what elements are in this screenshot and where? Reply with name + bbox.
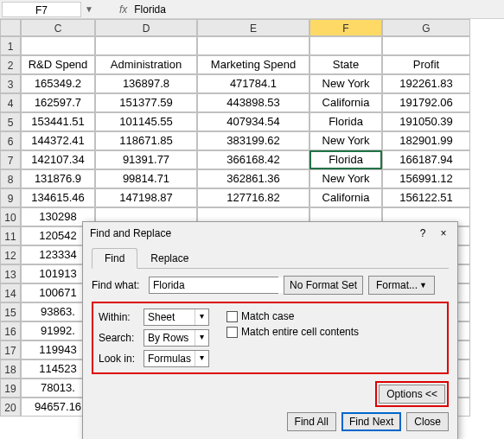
- tabs: Find Replace: [92, 248, 449, 269]
- help-icon[interactable]: ?: [416, 227, 430, 239]
- row-header[interactable]: 13: [0, 264, 21, 283]
- close-icon[interactable]: ×: [437, 227, 450, 239]
- cell[interactable]: 191792.06: [382, 93, 470, 112]
- cell[interactable]: 383199.62: [197, 131, 309, 150]
- format-button[interactable]: Format... ▼: [368, 276, 435, 295]
- namebox-dropdown-icon[interactable]: ▼: [85, 4, 93, 14]
- cell[interactable]: New York: [309, 74, 382, 93]
- table-header[interactable]: State: [309, 55, 382, 74]
- cell[interactable]: 153441.51: [21, 112, 95, 131]
- row-header[interactable]: 16: [0, 321, 21, 340]
- col-header[interactable]: C: [21, 19, 95, 36]
- match-entire-checkbox[interactable]: [226, 327, 238, 338]
- cell[interactable]: 134615.46: [21, 188, 95, 207]
- cell[interactable]: 156991.12: [382, 169, 470, 188]
- cell[interactable]: 136897.8: [95, 74, 197, 93]
- row-header[interactable]: 8: [0, 169, 21, 188]
- search-select[interactable]: By Rows▾: [144, 329, 209, 347]
- cell[interactable]: 131876.9: [21, 169, 95, 188]
- row-header[interactable]: 12: [0, 245, 21, 264]
- name-box[interactable]: F7: [2, 2, 81, 17]
- fx-icon[interactable]: fx: [119, 3, 127, 16]
- chevron-down-icon[interactable]: ▾: [195, 309, 208, 325]
- row-header[interactable]: 3: [0, 74, 21, 93]
- cell[interactable]: California: [309, 188, 382, 207]
- cell[interactable]: 166187.94: [382, 150, 470, 169]
- find-next-button[interactable]: Find Next: [341, 412, 401, 431]
- chevron-down-icon: ▼: [419, 281, 427, 289]
- cell[interactable]: 99814.71: [95, 169, 197, 188]
- chevron-down-icon[interactable]: ▾: [195, 330, 208, 346]
- cell[interactable]: 91391.77: [95, 150, 197, 169]
- within-select[interactable]: Sheet▾: [144, 309, 209, 326]
- cell[interactable]: 182901.99: [382, 131, 470, 150]
- search-label: Search:: [99, 332, 138, 344]
- cell[interactable]: 192261.83: [382, 74, 470, 93]
- find-all-button[interactable]: Find All: [287, 412, 336, 431]
- row-header[interactable]: 20: [0, 398, 21, 417]
- cell[interactable]: 366168.42: [197, 150, 309, 169]
- tab-replace[interactable]: Replace: [137, 248, 201, 268]
- cell[interactable]: 151377.59: [95, 93, 197, 112]
- row-header[interactable]: 5: [0, 112, 21, 131]
- cell[interactable]: 443898.53: [197, 93, 309, 112]
- row-header[interactable]: 4: [0, 93, 21, 112]
- cell[interactable]: 156122.51: [382, 188, 470, 207]
- col-header[interactable]: D: [95, 19, 197, 36]
- row-header[interactable]: 9: [0, 188, 21, 207]
- options-button-highlight: Options <<: [375, 381, 449, 407]
- dialog-title: Find and Replace: [90, 227, 171, 239]
- cell[interactable]: 191050.39: [382, 112, 470, 131]
- row-header[interactable]: 15: [0, 302, 21, 321]
- row-header[interactable]: 1: [0, 36, 21, 55]
- cell[interactable]: California: [309, 93, 382, 112]
- cell[interactable]: 127716.82: [197, 188, 309, 207]
- row-header[interactable]: 17: [0, 340, 21, 359]
- cell[interactable]: 471784.1: [197, 74, 309, 93]
- col-header[interactable]: E: [197, 19, 309, 36]
- cell[interactable]: 147198.87: [95, 188, 197, 207]
- cell[interactable]: 142107.34: [21, 150, 95, 169]
- col-header[interactable]: G: [382, 19, 470, 36]
- row-header[interactable]: 2: [0, 55, 21, 74]
- row-header[interactable]: 10: [0, 207, 21, 226]
- match-case-label: Match case: [241, 310, 294, 322]
- cell[interactable]: New York: [309, 131, 382, 150]
- col-header[interactable]: F: [309, 19, 382, 36]
- find-what-field[interactable]: [150, 277, 286, 293]
- row-header[interactable]: 19: [0, 379, 21, 398]
- cell[interactable]: 407934.54: [197, 112, 309, 131]
- find-what-label: Find what:: [92, 279, 144, 291]
- cell[interactable]: 118671.85: [95, 131, 197, 150]
- table-header[interactable]: Marketing Spend: [197, 55, 309, 74]
- find-what-input[interactable]: ▾: [149, 277, 278, 294]
- table-header[interactable]: Profit: [382, 55, 470, 74]
- active-cell[interactable]: Florida: [309, 150, 382, 169]
- select-all-corner[interactable]: [0, 19, 21, 36]
- row-header[interactable]: 11: [0, 226, 21, 245]
- tab-find[interactable]: Find: [92, 248, 137, 269]
- lookin-label: Look in:: [99, 353, 138, 365]
- match-case-checkbox[interactable]: [226, 311, 238, 322]
- no-format-button[interactable]: No Format Set: [284, 276, 363, 295]
- row-header[interactable]: 18: [0, 359, 21, 379]
- table-header[interactable]: R&D Spend: [21, 55, 95, 74]
- table-header[interactable]: Administration: [95, 55, 197, 74]
- cell[interactable]: 162597.7: [21, 93, 95, 112]
- close-button[interactable]: Close: [406, 412, 449, 431]
- dialog-titlebar[interactable]: Find and Replace ? ×: [83, 222, 457, 245]
- lookin-select[interactable]: Formulas▾: [144, 350, 209, 367]
- cell[interactable]: New York: [309, 169, 382, 188]
- formula-input[interactable]: Florida: [132, 2, 168, 17]
- chevron-down-icon[interactable]: ▾: [195, 351, 208, 366]
- row-header[interactable]: 7: [0, 150, 21, 169]
- cell[interactable]: 362861.36: [197, 169, 309, 188]
- options-button[interactable]: Options <<: [379, 385, 445, 404]
- cell[interactable]: 144372.41: [21, 131, 95, 150]
- row-header[interactable]: 14: [0, 283, 21, 302]
- row-header[interactable]: 6: [0, 131, 21, 150]
- cell[interactable]: 101145.55: [95, 112, 197, 131]
- cell[interactable]: 165349.2: [21, 74, 95, 93]
- formula-bar: F7 ▼ fx Florida: [0, 0, 504, 19]
- cell[interactable]: Florida: [309, 112, 382, 131]
